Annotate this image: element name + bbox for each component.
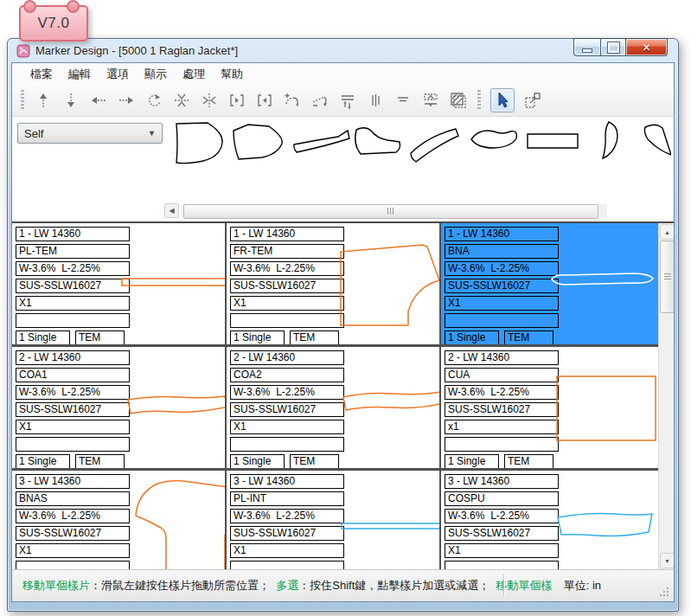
pattern-card-6[interactable]: 2 - LW 14360 CUA W-3.6% L-2.25% SUS-SSLW… [441,347,658,471]
pattern-card-5[interactable]: 2 - LW 14360 COA2 W-3.6% L-2.25% SUS-SSL… [227,347,441,471]
card-fabric: SUS-SSLW16027 [445,526,559,541]
strip-piece-3[interactable] [294,131,349,152]
pattern-card-1[interactable]: 1 - LW 14360 PL-TEM W-3.6% L-2.25% SUS-S… [12,223,227,347]
strip-piece-1[interactable] [176,123,222,164]
piece-outline[interactable] [339,244,441,327]
card-piece-name: COA1 [16,368,130,382]
ribbon-roll-right [67,0,80,13]
horizontal-scrollbar[interactable]: ◀ [164,203,607,217]
piece-outline[interactable] [123,478,227,569]
fold-piece-button[interactable] [419,89,442,112]
piece-outline[interactable] [548,272,657,287]
rotate-step-cw-button[interactable] [309,89,331,112]
resize-grip[interactable] [659,587,670,598]
card-piece-name: PL-INT [230,491,344,506]
nudge-left-button[interactable] [87,89,110,112]
status-hint-multi: 多選 [276,578,298,594]
pattern-card-2[interactable]: 1 - LW 14360 FR-TEM W-3.6% L-2.25% SUS-S… [227,223,441,347]
strip-piece-9[interactable] [644,125,671,155]
piece-outline[interactable] [555,375,657,444]
piece-outline[interactable] [341,523,441,531]
strip-piece-6[interactable] [471,131,516,148]
nudge-up-button[interactable] [32,89,54,112]
card-fold: 1 Single [230,330,285,345]
nudge-right-button[interactable] [115,89,138,112]
piece-filter-select[interactable]: Self ▼ [17,123,163,144]
strip-piece-7[interactable] [528,134,578,148]
strip-piece-5[interactable] [411,129,458,162]
pattern-card-8[interactable]: 3 - LW 14360 PL-INT W-3.6% L-2.25% SUS-S… [227,471,441,569]
title-bar[interactable]: Marker Design - [5000 1 Raglan Jacket*] … [8,39,678,62]
menu-process[interactable]: 處理 [175,64,213,85]
pattern-card-9[interactable]: 3 - LW 14360 COSPU W-3.6% L-2.25% SUS-SS… [441,471,658,569]
card-extra [445,313,559,328]
pattern-card-3[interactable]: 1 - LW 14360 BNA W-3.6% L-2.25% SUS-SSLW… [441,223,658,347]
close-button[interactable]: ✕ [625,38,668,56]
hscroll-grip [387,208,395,215]
card-id: 3 - LW 14360 [16,474,130,489]
horizontal-guides-button[interactable] [392,89,414,112]
rotate-step-ccw-button[interactable] [281,89,304,112]
bump-right-button[interactable] [253,89,276,112]
piece-outline[interactable] [121,277,227,289]
card-extra [445,437,559,452]
menu-options[interactable]: 選項 [99,64,137,85]
card-id: 2 - LW 14360 [230,350,344,365]
bump-right-icon [255,91,274,110]
card-quantity: X1 [16,543,130,558]
piece-outline[interactable] [125,394,227,418]
status-bar: 移動單個樣片：滑鼠左鍵按住樣片拖動所需位置； 多選：按住Shift鍵，點擊樣片加… [12,569,674,601]
pattern-card-4[interactable]: 2 - LW 14360 COA1 W-3.6% L-2.25% SUS-SSL… [12,347,227,471]
menu-help[interactable]: 幫助 [213,64,251,85]
card-fabric: SUS-SSLW16027 [445,402,559,417]
fold-piece-icon [421,91,440,110]
vertical-guides-button[interactable] [364,89,387,112]
rotate-piece-button[interactable] [143,89,165,112]
vertical-scrollbar[interactable]: ▲ ▼ [658,223,674,569]
card-labels: 2 - LW 14360 CUA W-3.6% L-2.25% SUS-SSLW… [445,350,559,471]
hatch-fill-button[interactable] [447,89,470,112]
flip-vertical-button[interactable] [170,89,193,112]
card-piece-name: COA2 [230,368,344,382]
card-quantity: X1 [16,420,130,434]
card-fold: 1 Single [230,454,285,469]
card-shrinkage: W-3.6% L-2.25% [16,385,130,400]
bump-left-button[interactable] [226,89,248,112]
status-hint-multi-desc: ：按住Shift鍵，點擊樣片加選或減選； [298,578,496,594]
card-fabric: SUS-SSLW16027 [445,279,559,293]
strip-piece-8[interactable] [603,122,617,158]
strip-piece-4[interactable] [355,128,400,154]
piece-outline[interactable] [553,510,656,540]
card-shrinkage: W-3.6% L-2.25% [445,385,559,400]
menu-file[interactable]: 檔案 [22,64,61,85]
pattern-card-7[interactable]: 3 - LW 14360 BNAS W-3.6% L-2.25% SUS-SSL… [12,471,227,569]
status-hint-move: 移動單個樣片 [22,578,90,594]
piece-outline[interactable] [341,388,441,416]
vscroll-thumb[interactable] [660,241,675,313]
status-hint-move2: 移動單個樣 [496,578,552,594]
tool-bar [12,85,674,117]
hscroll-thumb[interactable] [183,204,598,219]
card-quantity: X1 [230,420,344,434]
card-tem: TEM [290,454,339,469]
scroll-up-button[interactable]: ▲ [660,224,675,240]
card-extra [230,437,344,452]
menu-display[interactable]: 顯示 [137,64,175,85]
scroll-left-button[interactable]: ◀ [164,203,179,218]
strip-piece-2[interactable] [234,125,282,159]
nudge-down-button[interactable] [60,89,82,112]
hscroll-track[interactable] [182,204,607,217]
select-tool-button[interactable] [490,88,515,112]
flip-horizontal-button[interactable] [198,89,221,112]
card-labels: 1 - LW 14360 FR-TEM W-3.6% L-2.25% SUS-S… [230,227,344,347]
menu-edit[interactable]: 編輯 [61,64,99,85]
minimize-button[interactable] [573,38,601,56]
status-separator [503,574,504,597]
align-top-bottom-button[interactable] [336,89,359,112]
card-shrinkage: W-3.6% L-2.25% [16,509,130,523]
maximize-button[interactable] [600,38,626,56]
card-piece-name: COSPU [445,491,559,506]
nudge-up-icon [34,91,53,110]
scroll-down-button[interactable]: ▼ [660,553,675,568]
zoom-tool-button[interactable] [521,89,544,112]
